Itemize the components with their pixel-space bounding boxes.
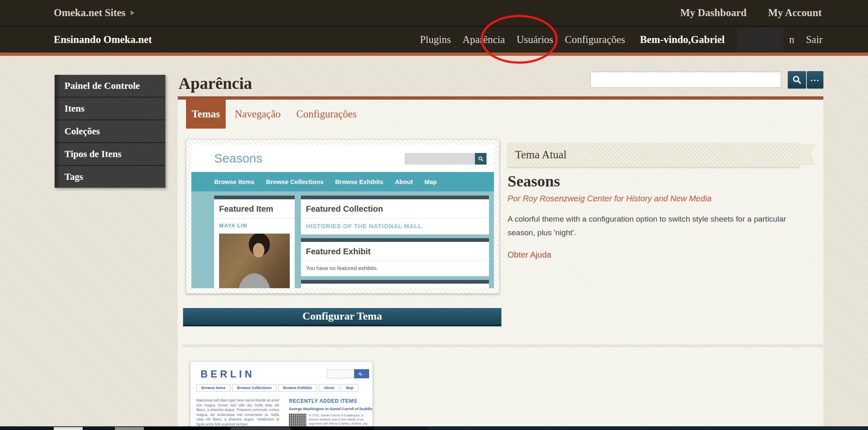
berlin-search-input bbox=[327, 369, 354, 378]
banner-ribbon-tail bbox=[799, 144, 816, 165]
nav-configuracoes[interactable]: Configurações bbox=[565, 34, 625, 45]
tab-navegacao[interactable]: Navegação bbox=[235, 100, 281, 129]
sidebar-item-tags[interactable]: Tags bbox=[55, 166, 165, 188]
tab-temas[interactable]: Temas bbox=[186, 100, 226, 129]
berlin-logo: BERLIN bbox=[200, 368, 255, 380]
preview-nav-browse-exhibits: Browse Exhibits bbox=[335, 178, 384, 185]
berlin-tab-browse-exhibits: Browse Exhibits bbox=[278, 384, 317, 392]
current-theme-name: Seasons bbox=[508, 172, 560, 190]
preview-search-button bbox=[475, 153, 486, 165]
sidebar: Painel de Controle Itens Coleções Tipos … bbox=[55, 75, 165, 188]
preview-panel-bar bbox=[301, 238, 489, 242]
current-theme-author[interactable]: Por Roy Rosenzweig Center for History an… bbox=[508, 194, 712, 203]
page-title: Aparência bbox=[179, 74, 252, 93]
get-help-link[interactable]: Obter Ajuda bbox=[508, 250, 551, 260]
taskbar-segment bbox=[115, 427, 144, 430]
top-bar: Omeka.net Sites My Dashboard My Account bbox=[0, 0, 868, 26]
preview-nav-map: Map bbox=[424, 178, 437, 185]
berlin-right-column: RECENTLY ADDED ITEMS George Washington t… bbox=[289, 398, 372, 430]
berlin-search-button: .. bbox=[354, 369, 369, 378]
sidebar-item-tipos-de-itens[interactable]: Tipos de Itens bbox=[55, 143, 165, 166]
berlin-tab-map: Map bbox=[341, 384, 358, 392]
theme-list-divider bbox=[183, 344, 823, 347]
taskbar-segment bbox=[291, 427, 373, 430]
sidebar-item-itens[interactable]: Itens bbox=[55, 98, 165, 120]
featured-exhibit-panel: Featured Exhibit You have no featured ex… bbox=[301, 242, 489, 276]
search-icon bbox=[478, 156, 484, 162]
berlin-tab-about: About bbox=[319, 384, 339, 392]
header-underline bbox=[0, 53, 868, 56]
featured-item-heading: Featured Item bbox=[219, 204, 290, 214]
logout-link[interactable]: Sair bbox=[806, 34, 823, 45]
berlin-tab-browse-items: Browse Items bbox=[196, 384, 231, 392]
preview-gap bbox=[301, 234, 489, 238]
taskbar-segment bbox=[231, 427, 291, 430]
berlin-theme-screenshot: BERLIN .. Browse Items Browse Collection… bbox=[190, 361, 373, 430]
berlin-left-column: Maecenas sed diam eget risus varius blan… bbox=[196, 398, 279, 430]
redaction-overlay bbox=[737, 28, 783, 51]
berlin-nav-tabs: Browse Items Browse Collections Browse E… bbox=[196, 384, 358, 392]
annotation-ellipse bbox=[481, 15, 558, 64]
sidebar-item-painel-de-controle[interactable]: Painel de Controle bbox=[55, 75, 165, 98]
preview-nav: Browse Items Browse Collections Browse E… bbox=[191, 172, 494, 191]
preview-left-column: Featured Item MAYA LIN bbox=[214, 196, 295, 288]
search-options-button[interactable]: ... bbox=[807, 71, 823, 88]
top-bar-links: My Dashboard My Account bbox=[680, 0, 822, 26]
featured-collection-heading: Featured Collection bbox=[306, 204, 484, 214]
seasons-theme-screenshot: Seasons Browse Items Browse Collectio bbox=[186, 139, 499, 294]
berlin-search-dots: .. bbox=[363, 372, 365, 376]
my-account-link[interactable]: My Account bbox=[768, 7, 822, 19]
panel-top-border bbox=[178, 96, 823, 100]
seasons-preview-site: Seasons Browse Items Browse Collectio bbox=[191, 145, 494, 288]
preview-divider bbox=[301, 260, 489, 261]
featured-exhibit-empty-text: You have no featured exhibits. bbox=[306, 265, 484, 271]
sidebar-item-colecoes[interactable]: Coleções bbox=[55, 120, 165, 143]
taskbar-segment bbox=[54, 427, 83, 430]
tab-configuracoes[interactable]: Configurações bbox=[296, 100, 357, 129]
omeka-admin-screen: Omeka.net Sites My Dashboard My Account … bbox=[0, 0, 868, 430]
berlin-search: .. bbox=[327, 369, 369, 378]
maya-lin-photo bbox=[219, 234, 290, 288]
current-theme-description: A colorful theme with a configuration op… bbox=[508, 212, 801, 239]
preview-header: Seasons bbox=[191, 145, 494, 172]
featured-collection-link: HISTORIES OF THE NATIONAL MALL bbox=[306, 222, 484, 229]
search-input[interactable] bbox=[590, 71, 781, 88]
berlin-recent-item-title: George Washington to Daniel Carroll of D… bbox=[289, 407, 372, 411]
preview-panel-bar bbox=[214, 196, 295, 199]
hidden-text-fragment: n bbox=[789, 34, 794, 45]
site-title-link[interactable]: Ensinando Omeka.net bbox=[54, 26, 152, 53]
berlin-intro-text: Maecenas sed diam eget risus varius blan… bbox=[196, 398, 279, 427]
current-theme-banner: Tema Atual bbox=[508, 143, 799, 167]
preview-panel-bar bbox=[301, 196, 489, 199]
preview-divider bbox=[214, 218, 295, 218]
search-button[interactable] bbox=[788, 71, 806, 88]
preview-nav-about: About bbox=[395, 178, 413, 185]
welcome-text: Bem-vindo,Gabriel bbox=[640, 34, 725, 45]
search-icon bbox=[358, 372, 362, 376]
content-panel: Temas Navegação Configurações Seasons bbox=[178, 96, 823, 430]
my-dashboard-link[interactable]: My Dashboard bbox=[680, 7, 746, 19]
configure-theme-button[interactable]: Configurar Tema bbox=[183, 308, 501, 326]
sites-menu-label: Omeka.net Sites bbox=[54, 7, 126, 19]
preview-gap bbox=[301, 276, 489, 280]
taskbar[interactable] bbox=[0, 426, 868, 430]
chevron-right-icon bbox=[131, 10, 134, 15]
preview-search-input bbox=[405, 153, 475, 165]
featured-exhibit-heading: Featured Exhibit bbox=[306, 247, 484, 256]
recently-added-panel: Recently Added Items bbox=[301, 284, 489, 288]
search-icon bbox=[792, 75, 801, 84]
preview-divider bbox=[301, 218, 489, 218]
nav-plugins[interactable]: Plugins bbox=[420, 34, 451, 45]
preview-nav-browse-collections: Browse Collections bbox=[266, 178, 324, 185]
featured-collection-panel: Featured Collection HISTORIES OF THE NAT… bbox=[301, 199, 489, 234]
taskbar-segment bbox=[144, 427, 231, 430]
sites-menu[interactable]: Omeka.net Sites bbox=[54, 0, 134, 26]
preview-nav-browse-items: Browse Items bbox=[214, 178, 255, 185]
taskbar-segment bbox=[428, 427, 868, 430]
featured-item-panel: Featured Item MAYA LIN bbox=[214, 199, 295, 288]
preview-panel-bar bbox=[301, 280, 489, 284]
preview-right-column: Featured Collection HISTORIES OF THE NAT… bbox=[301, 196, 489, 288]
preview-body: Featured Item MAYA LIN Featured Collecti… bbox=[191, 191, 494, 288]
preview-search bbox=[405, 153, 486, 165]
berlin-tab-browse-collections: Browse Collections bbox=[232, 384, 277, 392]
